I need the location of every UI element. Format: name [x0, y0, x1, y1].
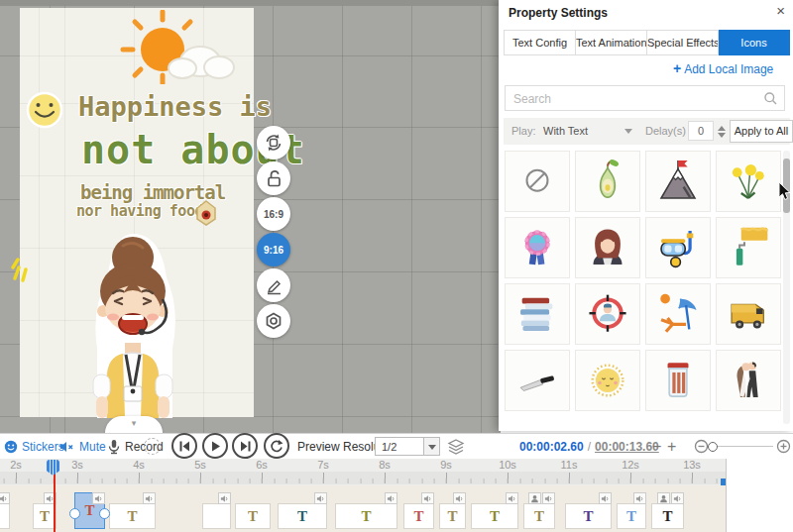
- sun-cloud-sticker[interactable]: [115, 10, 239, 84]
- icon-tile-none[interactable]: [505, 151, 570, 212]
- close-icon[interactable]: ×: [776, 2, 785, 19]
- timeline-track[interactable]: TTTTTTTTTTTTT: [0, 485, 727, 532]
- preview-resolution-select[interactable]: 1/2: [375, 437, 424, 456]
- clip-trim-handle-right[interactable]: [99, 508, 110, 519]
- delay-stepper[interactable]: [718, 122, 728, 140]
- next-frame-button[interactable]: [232, 433, 258, 459]
- icon-tile-delivery-van[interactable]: [716, 283, 781, 345]
- tab-icons[interactable]: Icons: [719, 30, 790, 55]
- icon-tile-mountain-flag[interactable]: [645, 151, 711, 212]
- timeline-section: 2s3s4s5s6s7s8s9s10s11s12s13s TTTTTTTTTTT…: [0, 459, 793, 532]
- timeline-clip[interactable]: T: [109, 492, 156, 530]
- current-time: 00:00:02.60: [519, 440, 584, 454]
- unlock-button[interactable]: [257, 161, 290, 195]
- icon-tile-snack-jar[interactable]: [645, 350, 711, 411]
- tab-text-config[interactable]: Text Config: [504, 30, 576, 55]
- replay-button[interactable]: [264, 433, 289, 459]
- speaker-icon[interactable]: [421, 492, 434, 504]
- speaker-icon[interactable]: [633, 492, 646, 504]
- speaker-icon[interactable]: [385, 492, 397, 504]
- zoom-slider-track[interactable]: [710, 446, 773, 447]
- icon-tile-sun-face[interactable]: [575, 350, 640, 411]
- preview-resolution-arrow[interactable]: [424, 437, 440, 456]
- add-local-image-link[interactable]: +Add Local Image: [673, 60, 773, 76]
- speaker-icon[interactable]: [314, 492, 327, 504]
- icon-tile-wedding-couple[interactable]: [716, 350, 781, 411]
- crying-woman-sticker[interactable]: [79, 228, 186, 418]
- icon-tile-pear[interactable]: [575, 151, 640, 212]
- smiley-sticker[interactable]: [26, 91, 63, 129]
- timeline-clip[interactable]: T: [523, 492, 555, 530]
- mute-button[interactable]: Mute: [59, 434, 106, 459]
- time-display: 00:00:02.60 / 00:00:13.60: [519, 434, 659, 459]
- timeline-clip[interactable]: T: [471, 492, 518, 530]
- collapse-canvas-handle[interactable]: ▾: [105, 416, 163, 433]
- icon-tile-rosette-badge[interactable]: [505, 217, 570, 278]
- settings-button[interactable]: [257, 304, 290, 338]
- person-icon[interactable]: [528, 492, 541, 504]
- icon-tile-businesswoman[interactable]: [575, 217, 640, 278]
- speaker-icon[interactable]: [506, 492, 518, 504]
- sparkle-sticker[interactable]: [10, 254, 34, 283]
- speaker-icon[interactable]: [671, 492, 684, 504]
- prev-frame-button[interactable]: [171, 433, 197, 459]
- speaker-icon[interactable]: [0, 492, 10, 504]
- timeline-clip[interactable]: T: [439, 492, 466, 530]
- delay-input[interactable]: 0: [688, 121, 714, 141]
- speaker-icon[interactable]: [92, 492, 105, 504]
- icon-tile-knife[interactable]: [505, 350, 570, 411]
- play-mode-select[interactable]: With Text: [537, 121, 634, 141]
- speaker-icon[interactable]: [218, 492, 231, 504]
- spinner-up-icon[interactable]: [718, 122, 726, 131]
- switch-scene-button[interactable]: [257, 126, 290, 160]
- total-time[interactable]: 00:00:13.60: [595, 440, 659, 454]
- speaker-icon[interactable]: [453, 492, 466, 504]
- tab-text-animation[interactable]: Text Animation: [576, 30, 647, 55]
- timeline-clip[interactable]: T: [278, 492, 327, 530]
- timeline-clip[interactable]: [0, 492, 10, 530]
- more-options-button[interactable]: ···: [144, 434, 161, 459]
- zoom-in-button[interactable]: [776, 434, 791, 459]
- timeline-clip[interactable]: T: [565, 492, 612, 530]
- speaker-icon[interactable]: [542, 492, 555, 504]
- timeline-clip[interactable]: T: [403, 492, 434, 530]
- canvas-stage[interactable]: Happiness is not about being immortal no…: [0, 0, 501, 433]
- timeline-clip[interactable]: T: [651, 492, 684, 530]
- ratio-16-9-button[interactable]: 16:9: [257, 197, 290, 231]
- search-icon[interactable]: [763, 91, 778, 106]
- edit-button[interactable]: [257, 268, 290, 302]
- icon-tile-dandelion[interactable]: [716, 151, 781, 212]
- tab-special-effects[interactable]: Special Effects: [647, 30, 719, 55]
- icon-tile-target-person[interactable]: [575, 283, 640, 345]
- timeline-clip[interactable]: [202, 492, 231, 530]
- ratio-9-16-button[interactable]: 9:16: [257, 233, 290, 266]
- timeline-clip[interactable]: T: [335, 492, 397, 530]
- icon-tile-books[interactable]: [505, 283, 570, 345]
- search-input[interactable]: [511, 88, 763, 110]
- timeline-clip[interactable]: T: [617, 492, 646, 530]
- playback-toolbar: Stickers Mute Record ···: [0, 433, 793, 459]
- timeline-zoom-minus-button[interactable]: −: [652, 434, 661, 459]
- icon-tile-paint-roller[interactable]: [716, 217, 781, 278]
- acorn-sticker[interactable]: [195, 200, 217, 226]
- apply-to-all-button[interactable]: Apply to All: [730, 120, 793, 143]
- ruler[interactable]: 2s3s4s5s6s7s8s9s10s11s12s13s: [0, 459, 727, 485]
- speaker-icon[interactable]: [599, 492, 612, 504]
- speaker-icon[interactable]: [143, 492, 156, 504]
- spinner-down-icon[interactable]: [718, 133, 726, 142]
- timeline-zoom-plus-button[interactable]: +: [667, 434, 676, 459]
- timeline-clip-selected[interactable]: T: [74, 492, 105, 530]
- timeline-clip[interactable]: T: [235, 492, 271, 530]
- stickers-button[interactable]: Stickers: [4, 434, 64, 459]
- person-icon[interactable]: [657, 492, 670, 504]
- layers-button[interactable]: [447, 434, 465, 459]
- quote-line-4[interactable]: nor having food: [76, 202, 203, 220]
- skip-forward-icon: [239, 440, 252, 453]
- icon-tile-diving-mask[interactable]: [645, 217, 711, 278]
- clip-trim-handle-left[interactable]: [69, 508, 80, 519]
- zoom-out-button[interactable]: [694, 434, 709, 459]
- icon-tile-beach[interactable]: [645, 283, 711, 345]
- play-button[interactable]: [202, 433, 228, 459]
- zoom-slider-knob[interactable]: [708, 442, 718, 452]
- quote-line-1[interactable]: Happiness is: [78, 91, 272, 122]
